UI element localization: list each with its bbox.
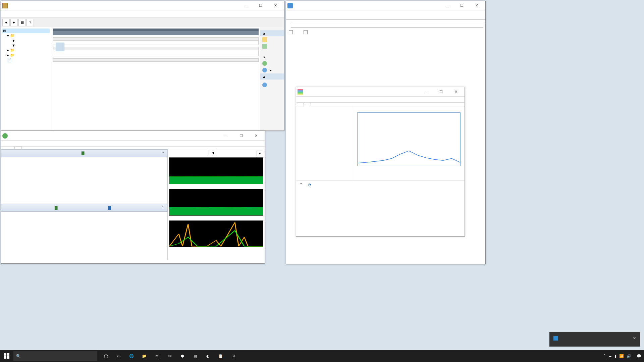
mail-icon[interactable]: ✉ [164, 350, 176, 362]
tab-performance[interactable] [304, 103, 311, 106]
menu-monitor[interactable] [8, 143, 13, 144]
forward-icon[interactable]: ► [10, 19, 18, 26]
system-tray[interactable]: ˄ ☁ ▮ 📶 🔊 💬 [601, 354, 644, 358]
menu-view[interactable] [13, 13, 18, 15]
resmon-titlebar[interactable]: ─ ☐ ✕ [1, 131, 265, 141]
action-help[interactable]: ▸ [260, 67, 284, 73]
physmem-header[interactable]: ▇ ▇ ⌃ [1, 204, 167, 212]
props-icon[interactable]: ▦ [18, 19, 26, 26]
maximize-button[interactable]: ☐ [234, 131, 249, 141]
taskmgr-titlebar[interactable]: ─ ☐ ✕ [296, 87, 465, 97]
overview-header[interactable] [53, 38, 258, 41]
minimize-button[interactable]: ─ [219, 131, 234, 141]
fewer-details-button[interactable]: ⌃ [300, 183, 303, 187]
explorer-icon[interactable]: 📁 [138, 350, 150, 362]
tray-network-icon[interactable]: 📶 [619, 354, 624, 358]
views-button[interactable]: ▾ [257, 151, 263, 156]
menu-file[interactable] [2, 143, 8, 144]
tree-root[interactable]: 🖥 [2, 29, 50, 33]
tray-volume-icon[interactable]: 🔊 [627, 354, 631, 358]
tab-services[interactable] [340, 103, 348, 106]
tray-notifications-icon[interactable]: 💬 [637, 354, 641, 358]
menu-file[interactable] [298, 99, 303, 100]
tab-app-history[interactable] [311, 103, 318, 106]
collapse-icon[interactable]: ⌃ [161, 206, 164, 210]
menu-view[interactable] [298, 13, 304, 14]
tab-cpu[interactable] [8, 147, 14, 149]
tab-network[interactable] [29, 147, 35, 149]
tray-battery-icon[interactable]: ▮ [614, 354, 616, 358]
action-open[interactable] [260, 36, 284, 43]
app-icon-4[interactable]: 📋 [215, 350, 227, 362]
toast-close-icon[interactable]: ✕ [633, 336, 636, 341]
find-input[interactable] [291, 22, 483, 28]
sysinfo-titlebar[interactable]: ─ ☐ ✕ [286, 1, 485, 10]
tree-app-services[interactable]: ▸ 📁 [2, 53, 50, 58]
tab-disk[interactable] [22, 147, 29, 149]
open-resmon-link[interactable]: ◔ [308, 183, 311, 187]
app-icon-2[interactable]: ▤ [189, 350, 201, 362]
menu-options[interactable] [303, 99, 308, 100]
tab-overview[interactable] [1, 147, 8, 149]
collapse-icon[interactable]: ⌃ [161, 151, 164, 155]
maximize-button[interactable]: ☐ [434, 87, 448, 97]
processes-header[interactable]: ▇ ⌃ [1, 149, 167, 157]
close-button[interactable]: ✕ [268, 1, 283, 10]
tree-summary-events[interactable]: ▼ [2, 43, 50, 48]
help-icon[interactable]: ? [26, 19, 34, 26]
action-view[interactable]: ▸ [260, 54, 284, 60]
start-button[interactable] [0, 350, 13, 362]
back-icon[interactable]: ◄ [2, 19, 10, 26]
search-box[interactable]: 🔍 [13, 351, 97, 361]
action-help2[interactable] [260, 82, 284, 88]
app-icon-3[interactable]: ◐ [202, 350, 214, 362]
search-cat-only[interactable] [289, 30, 293, 34]
summary-table[interactable] [56, 52, 256, 54]
taskview-icon[interactable]: ◯ [100, 350, 112, 362]
search-cat-names[interactable] [304, 30, 308, 34]
close-button[interactable]: ✕ [469, 1, 484, 10]
menu-help[interactable] [13, 143, 18, 144]
menu-help[interactable] [18, 13, 24, 15]
tray-cloud-icon[interactable]: ☁ [608, 354, 612, 358]
store-icon[interactable]: 🛍 [151, 350, 163, 362]
close-button[interactable]: ✕ [448, 87, 463, 97]
menu-view[interactable] [308, 99, 314, 100]
event-viewer-tree[interactable]: 🖥 ▾ 📁 ▼ ▼ ▸ 📁 ▸ 📁 📄 [1, 27, 51, 131]
minimize-button[interactable]: ─ [440, 1, 454, 10]
taskbar[interactable]: 🔍 ◯ ▭ 🌐 📁 🛍 ✉ ⬢ ▤ ◐ 📋 🖥 ˄ ☁ ▮ 📶 🔊 💬 [0, 350, 644, 362]
edge-icon[interactable]: 🌐 [125, 350, 138, 362]
menu-help[interactable] [304, 13, 309, 14]
tab-users[interactable] [326, 103, 333, 106]
tree-windows-logs[interactable]: ▸ 📁 [2, 48, 50, 53]
action-refresh[interactable] [260, 60, 284, 67]
minimize-button[interactable]: ─ [238, 1, 253, 10]
tree-admin-events[interactable]: ▼ [2, 38, 50, 43]
maximize-button[interactable]: ☐ [454, 1, 469, 10]
menu-edit[interactable] [293, 13, 298, 14]
close-button[interactable]: ✕ [249, 131, 263, 141]
recent-header[interactable] [53, 59, 258, 62]
notification-toast[interactable]: ✕ [549, 332, 640, 347]
menu-file[interactable] [2, 13, 8, 15]
tree-custom-views[interactable]: ▾ 📁 [2, 33, 50, 38]
menu-file[interactable] [287, 13, 293, 14]
cortana-icon[interactable]: ▭ [113, 350, 125, 362]
minimize-button[interactable]: ─ [419, 87, 434, 97]
action-create[interactable] [260, 43, 284, 50]
tab-processes[interactable] [296, 103, 304, 106]
menu-action[interactable] [8, 13, 13, 15]
expand-graphs-icon[interactable]: ◄ [209, 150, 217, 155]
event-viewer-titlebar[interactable]: ─ ☐ ✕ [1, 1, 284, 10]
app-icon-1[interactable]: ⬢ [176, 350, 189, 362]
tab-startup[interactable] [318, 103, 326, 106]
summary-header[interactable] [53, 47, 258, 50]
tab-details[interactable] [333, 103, 340, 106]
maximize-button[interactable]: ☐ [253, 1, 268, 10]
tree-subscriptions[interactable]: 📄 [2, 58, 50, 63]
app-icon-5[interactable]: 🖥 [227, 350, 239, 362]
tab-memory[interactable] [14, 147, 22, 149]
sysinfo-grid[interactable] [286, 17, 485, 19]
taskmgr-sidebar[interactable] [296, 106, 353, 180]
tray-chevron-icon[interactable]: ˄ [603, 354, 605, 358]
